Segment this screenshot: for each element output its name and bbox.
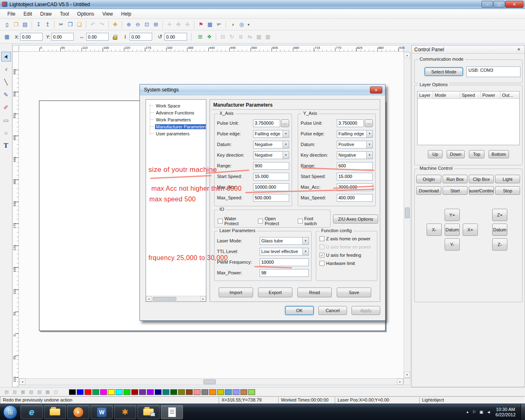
u-feed-checkbox[interactable]: ✓U axis for feeding xyxy=(320,253,374,258)
taskbar-internet-explorer[interactable]: e xyxy=(21,405,43,419)
y-pulse-unit-input[interactable] xyxy=(337,119,364,127)
column-speed[interactable]: Speed xyxy=(460,91,481,99)
menu-file[interactable]: File xyxy=(3,10,19,18)
start-button[interactable]: ⊞ xyxy=(3,405,17,419)
color-swatch[interactable] xyxy=(147,389,154,395)
width-input[interactable] xyxy=(86,33,109,41)
distribute-icon[interactable]: ⇆ xyxy=(245,32,254,41)
scroll-down-icon[interactable]: ▾ xyxy=(404,372,410,378)
simulate-icon[interactable]: ◑ xyxy=(228,20,237,29)
tree-item-user-parameters[interactable]: User parameters xyxy=(148,130,206,137)
dialog-close-button[interactable]: ✕ xyxy=(370,87,382,94)
grid-icon[interactable]: ⊞ xyxy=(196,32,205,41)
color-swatch[interactable] xyxy=(240,389,247,395)
ok-button[interactable]: OK xyxy=(285,306,314,315)
layer-down-button[interactable]: Down xyxy=(447,150,465,158)
maximize-button[interactable]: ▢ xyxy=(493,1,505,8)
horizontal-scroll-thumb[interactable] xyxy=(203,379,216,384)
action-center-icon[interactable]: ⚐ xyxy=(472,410,476,414)
brush-tool-icon[interactable]: ✐ xyxy=(1,103,11,112)
leaf-icon[interactable]: ❖ xyxy=(205,32,214,41)
cut-icon[interactable]: ✂ xyxy=(57,20,66,29)
y-max-speed-input[interactable] xyxy=(337,194,373,202)
x-key-direction-dropdown[interactable]: Negative▾ xyxy=(253,151,289,159)
zoom-window-icon[interactable]: ⊡ xyxy=(142,20,151,29)
track-icon[interactable]: ◎ xyxy=(237,20,246,29)
height-input[interactable] xyxy=(130,33,152,41)
color-swatch[interactable] xyxy=(100,389,107,395)
tree-item-work-space[interactable]: Work Space xyxy=(148,102,206,109)
color-swatch[interactable] xyxy=(139,389,146,395)
menu-tool[interactable]: Tool xyxy=(56,10,73,18)
select-tool-icon[interactable]: ➤ xyxy=(1,52,11,62)
menu-view[interactable]: View xyxy=(98,10,117,18)
paste-icon[interactable]: ❏ xyxy=(75,20,84,29)
jog-z-plus-button[interactable]: Z+ xyxy=(492,209,507,221)
minimize-button[interactable]: – xyxy=(482,1,493,8)
layer-top-button[interactable]: Top xyxy=(469,150,484,158)
taskbar-lasercad[interactable] xyxy=(161,405,183,419)
x-max-acc-input[interactable] xyxy=(253,183,289,191)
taskbar-media-player[interactable]: ▸ xyxy=(67,405,89,419)
zoom-out-icon[interactable]: ⊖ xyxy=(133,20,142,29)
rectangle-tool-icon[interactable]: ▭ xyxy=(1,115,11,125)
color-swatch[interactable] xyxy=(116,389,123,395)
tree-scroll-right-icon[interactable]: ▸ xyxy=(201,296,206,301)
save-button[interactable]: Save xyxy=(337,288,371,297)
align-tool-icon[interactable]: ▥ xyxy=(11,389,19,395)
volume-icon[interactable]: ◄ xyxy=(486,410,491,414)
color-swatch[interactable] xyxy=(209,389,216,395)
com-port-field[interactable]: USB: COM3 xyxy=(466,66,520,77)
ttl-level-dropdown[interactable]: Low level effective▾ xyxy=(260,248,309,256)
run-box-button[interactable]: Run Box xyxy=(443,175,468,183)
copy-icon[interactable]: ❐ xyxy=(66,20,75,29)
tree-item-work-parameters[interactable]: Work Parameters xyxy=(148,116,206,123)
x-range-input[interactable] xyxy=(253,162,289,170)
layer-table[interactable]: Layer Mode Speed Power Out... xyxy=(417,91,520,145)
align-tool-icon[interactable]: ▦ xyxy=(19,389,27,395)
clip-box-button[interactable]: Clip Box xyxy=(469,175,494,183)
color-swatch[interactable] xyxy=(131,389,138,395)
color-swatch[interactable] xyxy=(248,389,255,395)
select-mode-button[interactable]: Select Mode xyxy=(425,67,463,76)
line-tool-icon[interactable]: ╲ xyxy=(1,77,11,87)
aspect-lock-icon[interactable] xyxy=(113,37,117,40)
redo-icon[interactable]: ↷ xyxy=(97,20,106,29)
node-break-icon[interactable]: ✣ xyxy=(183,20,192,29)
node-delete-icon[interactable]: ✜ xyxy=(174,20,183,29)
align-tool-icon[interactable]: ◫ xyxy=(52,389,60,395)
jog-datum-z-button[interactable]: Datum xyxy=(492,224,507,236)
show-hidden-icons[interactable]: ▲ xyxy=(466,410,469,414)
color-swatch[interactable] xyxy=(217,389,224,395)
color-swatch[interactable] xyxy=(92,389,99,395)
x-coordinate-input[interactable] xyxy=(20,33,43,41)
array-copy-icon[interactable]: ▦ xyxy=(205,20,215,29)
zu-axes-options-button[interactable]: Z/U Axes Options xyxy=(333,215,378,224)
export-button[interactable]: Export xyxy=(258,288,292,297)
x-pulse-unit-input[interactable] xyxy=(253,119,280,127)
y-coordinate-input[interactable] xyxy=(51,33,74,41)
cancel-button[interactable]: Cancel xyxy=(318,306,347,315)
u-home-checkbox[interactable]: U axis home on power xyxy=(320,244,374,249)
save-icon[interactable]: ▤ xyxy=(21,20,30,29)
x-pulse-unit-browse-button[interactable]: ... xyxy=(281,119,289,127)
jog-z-minus-button[interactable]: Z- xyxy=(492,238,507,251)
network-icon[interactable]: ▣ xyxy=(479,410,483,414)
more-tools-caret-icon[interactable]: ▾ xyxy=(246,20,251,29)
y-start-speed-input[interactable] xyxy=(337,173,373,180)
menu-options[interactable]: Options xyxy=(73,10,98,18)
color-swatch[interactable] xyxy=(194,389,201,395)
menu-draw[interactable]: Draw xyxy=(36,10,56,18)
align-tool-icon[interactable]: ▨ xyxy=(35,389,43,395)
scroll-left-icon[interactable]: ◂ xyxy=(19,379,25,385)
align-tool-icon[interactable]: ▩ xyxy=(43,389,52,395)
new-icon[interactable]: ▯ xyxy=(2,20,11,29)
tree-item-manufacturer-parameters[interactable]: Manufacturer Parameters xyxy=(148,123,206,130)
column-output[interactable]: Out... xyxy=(500,91,519,99)
taskbar-clock[interactable]: 10:30 AM 6/22/2012 xyxy=(495,407,516,418)
group-icon[interactable]: ▩ xyxy=(254,32,263,41)
draw-flag-icon[interactable]: ⚑ xyxy=(196,20,205,29)
start-button[interactable]: Start xyxy=(443,186,468,195)
open-icon[interactable]: ❒ xyxy=(11,20,21,29)
export-icon[interactable]: ↥ xyxy=(43,20,52,29)
